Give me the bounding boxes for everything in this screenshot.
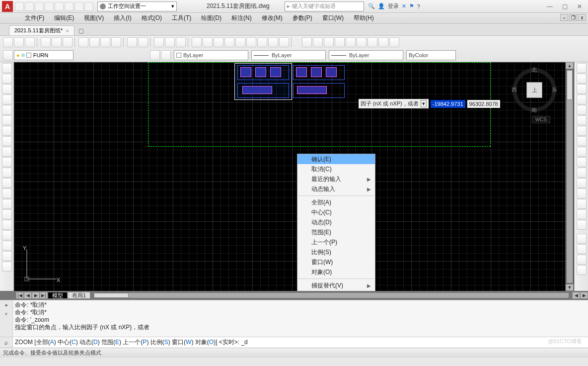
dyn-value-y[interactable]: 96302.8078 <box>467 100 500 108</box>
tb-zoomobj-icon[interactable] <box>346 37 356 47</box>
binoculars-icon[interactable]: 🔍 <box>368 3 375 9</box>
menu-parametric[interactable]: 参数(P) <box>288 13 317 23</box>
cm-extents[interactable]: 范围(E) <box>297 227 375 237</box>
cm-recent-input[interactable]: 最近的输入▶ <box>297 174 375 184</box>
model-tab[interactable]: 模型 <box>48 292 68 299</box>
tb-copy-icon[interactable] <box>89 37 99 47</box>
close-button[interactable]: ✕ <box>573 2 586 11</box>
scale-tool-icon[interactable] <box>577 136 587 146</box>
maximize-button[interactable]: ▢ <box>558 2 571 11</box>
sheet-prev-button[interactable]: ◀ <box>24 292 32 299</box>
plotstyle-dropdown[interactable]: ByColor <box>406 50 456 60</box>
region-tool-icon[interactable] <box>2 230 12 240</box>
tb-cut-icon[interactable] <box>78 37 88 47</box>
vscroll-thumb[interactable] <box>567 70 573 100</box>
ellipsearc-tool-icon[interactable] <box>2 168 12 178</box>
layer-iso-icon[interactable] <box>161 50 171 60</box>
hatch-tool-icon[interactable] <box>2 209 12 219</box>
cm-confirm[interactable]: 确认(E) <box>297 154 375 164</box>
menu-help[interactable]: 帮助(H) <box>349 13 379 23</box>
cm-previous[interactable]: 上一个(P) <box>297 237 375 247</box>
viewcube-east[interactable]: 东 <box>552 86 557 93</box>
extend-tool-icon[interactable] <box>577 168 587 178</box>
qat-dropdown-icon[interactable] <box>84 2 93 11</box>
qat-new-icon[interactable] <box>15 2 24 11</box>
tb-zoomscale-icon[interactable] <box>324 37 334 47</box>
dyn-menu-icon[interactable]: ▾ <box>421 100 427 107</box>
tb-tool3-icon[interactable] <box>235 37 245 47</box>
tb-zoomcenter-icon[interactable] <box>335 37 345 47</box>
layer-dropdown[interactable]: ● ❄ FURN <box>14 50 74 60</box>
tb-props-icon[interactable] <box>192 37 202 47</box>
minimize-button[interactable]: — <box>543 2 556 11</box>
tb-zoomin-icon[interactable] <box>357 37 367 47</box>
viewcube-top[interactable]: 上 <box>526 82 542 98</box>
layer-states-icon[interactable] <box>150 50 160 60</box>
tb-paste-icon[interactable] <box>100 37 110 47</box>
tb-tool4-icon[interactable] <box>246 37 256 47</box>
break-tool-icon[interactable] <box>577 178 587 188</box>
qat-print-icon[interactable] <box>55 2 64 11</box>
menu-dimension[interactable]: 标注(N) <box>226 13 257 23</box>
dyn-value-x[interactable]: -19842.9731 <box>431 100 465 108</box>
menu-insert[interactable]: 插入(I) <box>109 13 136 23</box>
palette1-icon[interactable] <box>577 234 587 244</box>
doc-minimize-button[interactable]: – <box>560 14 568 21</box>
menu-view[interactable]: 视图(V) <box>79 13 109 23</box>
cm-dynamic-input[interactable]: 动态输入▶ <box>297 184 375 194</box>
workspace-dropdown[interactable]: 工作空间设置一 ▾ <box>97 1 177 11</box>
xline-tool-icon[interactable] <box>2 74 12 84</box>
array-tool-icon[interactable] <box>577 105 587 115</box>
move-tool-icon[interactable] <box>577 115 587 125</box>
menu-window[interactable]: 窗口(W) <box>317 13 349 23</box>
cm-dynamic[interactable]: 动态(D) <box>297 217 375 227</box>
scroll-up-button[interactable]: ▲ <box>566 62 574 69</box>
document-tab-active[interactable]: 2021.5.11套房图纸* × <box>9 25 74 35</box>
hscroll-track[interactable] <box>93 292 569 298</box>
fillet-tool-icon[interactable] <box>577 209 587 219</box>
palette3-icon[interactable] <box>577 255 587 265</box>
revcloud-tool-icon[interactable] <box>2 136 12 146</box>
menu-draw[interactable]: 绘图(D) <box>196 13 226 23</box>
circle-tool-icon[interactable] <box>2 126 12 136</box>
viewcube-north[interactable]: 北 <box>531 66 537 74</box>
sheet-last-button[interactable]: ▶| <box>40 292 48 299</box>
command-history-lines[interactable]: 命令: *取消* 命令: *取消* 命令: '_zoom 指定窗口的角点，输入比… <box>13 300 588 337</box>
login-link[interactable]: 登录 <box>388 2 399 10</box>
viewcube-west[interactable]: 西 <box>512 86 517 93</box>
tb-print-icon[interactable] <box>41 37 51 47</box>
new-tab-button[interactable]: ▢ <box>76 26 86 35</box>
stretch-tool-icon[interactable] <box>577 147 587 157</box>
tb-zoom-icon[interactable] <box>165 37 175 47</box>
document-tab-close-icon[interactable]: × <box>66 28 69 34</box>
addselect-tool-icon[interactable] <box>2 262 12 272</box>
cmd-close-icon[interactable]: × <box>4 311 7 317</box>
menu-tools[interactable]: 工具(T) <box>167 13 196 23</box>
tb-tool1-icon[interactable] <box>214 37 223 47</box>
tb-zoomdyn-icon[interactable] <box>313 37 323 47</box>
pline-tool-icon[interactable] <box>2 84 12 94</box>
block-tool-icon[interactable] <box>2 188 12 198</box>
cm-all[interactable]: 全部(A) <box>297 197 375 207</box>
spline-tool-icon[interactable] <box>2 147 12 157</box>
exchange-icon[interactable]: ✕ <box>402 3 406 9</box>
line-tool-icon[interactable] <box>2 63 12 73</box>
wcs-label[interactable]: WCS <box>532 116 550 123</box>
cm-object[interactable]: 对象(O) <box>297 267 375 277</box>
tb-sheetset-icon[interactable] <box>203 37 213 47</box>
qat-saveas-icon[interactable] <box>45 2 54 11</box>
palette2-icon[interactable] <box>577 244 587 254</box>
trim-tool-icon[interactable] <box>577 157 587 167</box>
hscroll-left-button[interactable]: ◀ <box>572 292 580 299</box>
doc-close-button[interactable]: x <box>578 14 586 21</box>
cm-scale[interactable]: 比例(S) <box>297 247 375 257</box>
text-tool-icon[interactable] <box>2 251 12 261</box>
arc-tool-icon[interactable] <box>2 115 12 125</box>
cm-snap-override[interactable]: 捕捉替代(V)▶ <box>297 280 375 290</box>
qat-open-icon[interactable] <box>25 2 34 11</box>
palette4-icon[interactable] <box>577 265 587 275</box>
point-tool-icon[interactable] <box>2 199 12 209</box>
qat-redo-icon[interactable] <box>74 2 83 11</box>
polygon-tool-icon[interactable] <box>2 94 12 104</box>
table-tool-icon[interactable] <box>2 241 12 251</box>
